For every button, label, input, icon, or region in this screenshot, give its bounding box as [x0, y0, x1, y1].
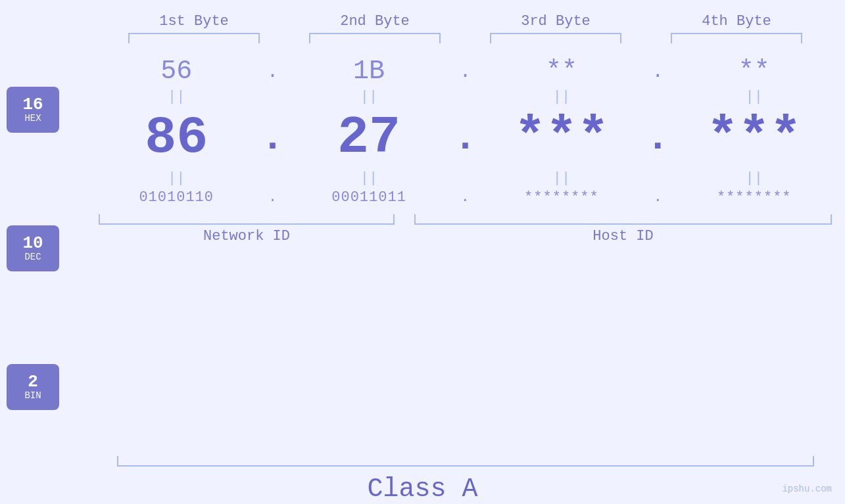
eq-2-4: || [682, 170, 827, 187]
dec-dot-3: . [644, 116, 671, 160]
top-brackets [104, 33, 827, 43]
bin-dot-2: . [452, 189, 478, 206]
bin-val-3: ******** [489, 189, 634, 206]
eq-1-1: || [104, 89, 249, 105]
hex-val-1: 56 [104, 57, 249, 86]
hex-badge-name: HEX [24, 114, 41, 124]
main-container: 1st Byte 2nd Byte 3rd Byte 4th Byte 16 H… [0, 0, 845, 504]
hex-dot-2: . [452, 60, 478, 83]
dec-badge: 10 DEC [7, 225, 59, 271]
values-grid: 56 . 1B . ** . ** || || || || 86 [85, 50, 845, 446]
byte-header-4: 4th Byte [664, 13, 809, 30]
bin-badge: 2 BIN [7, 364, 59, 410]
equals-row-2: || || || || [85, 170, 845, 187]
dec-dot-2: . [452, 116, 478, 160]
eq-1-3: || [489, 89, 634, 105]
watermark: ipshu.com [782, 484, 832, 494]
host-id-label: Host ID [414, 228, 832, 244]
equals-row-1: || || || || [85, 89, 845, 105]
hex-values-row: 56 . 1B . ** . ** [85, 57, 845, 86]
hex-val-4: ** [682, 57, 827, 86]
byte-header-1: 1st Byte [122, 13, 266, 30]
host-bracket [414, 214, 832, 225]
bracket-3 [490, 33, 621, 43]
bin-dot-3: . [644, 189, 671, 206]
bin-values-row: 01010110 . 00011011 . ******** . *******… [85, 189, 845, 206]
hex-val-2: 1B [297, 57, 441, 86]
eq-2-2: || [297, 170, 441, 187]
eq-2-1: || [104, 170, 249, 187]
dec-values-row: 86 . 27 . *** . *** [85, 108, 845, 168]
bin-dot-1: . [260, 189, 286, 206]
class-label: Class A [0, 474, 845, 504]
bin-val-2: 00011011 [297, 189, 441, 206]
bracket-4 [671, 33, 802, 43]
dec-val-2: 27 [297, 108, 441, 168]
bin-badge-name: BIN [24, 391, 41, 401]
dec-val-3: *** [489, 108, 634, 168]
dec-badge-number: 10 [22, 234, 43, 253]
network-bracket [99, 214, 395, 225]
hex-badge-number: 16 [22, 95, 43, 114]
base-badges-column: 16 HEX 10 DEC 2 BIN [0, 50, 85, 446]
network-id-label: Network ID [99, 228, 395, 244]
hex-dot-3: . [644, 60, 671, 83]
bin-badge-number: 2 [28, 373, 38, 392]
bin-val-1: 01010110 [104, 189, 249, 206]
dec-dot-1: . [260, 116, 286, 160]
hex-val-3: ** [489, 57, 634, 86]
bracket-2 [309, 33, 441, 43]
dec-val-4: *** [682, 108, 827, 168]
class-bracket [117, 456, 814, 467]
hex-badge: 16 HEX [7, 87, 59, 133]
dec-val-1: 86 [104, 108, 249, 168]
bottom-brackets-row [85, 209, 845, 225]
network-host-labels: Network ID Host ID [85, 225, 845, 244]
eq-1-2: || [297, 89, 441, 105]
eq-1-4: || [682, 89, 827, 105]
eq-2-3: || [489, 170, 634, 187]
dec-badge-name: DEC [24, 252, 41, 262]
bin-val-4: ******** [682, 189, 827, 206]
byte-header-3: 3rd Byte [483, 13, 628, 30]
hex-dot-1: . [260, 60, 286, 83]
bracket-1 [128, 33, 260, 43]
byte-headers-row: 1st Byte 2nd Byte 3rd Byte 4th Byte [104, 13, 827, 30]
byte-header-2: 2nd Byte [302, 13, 447, 30]
